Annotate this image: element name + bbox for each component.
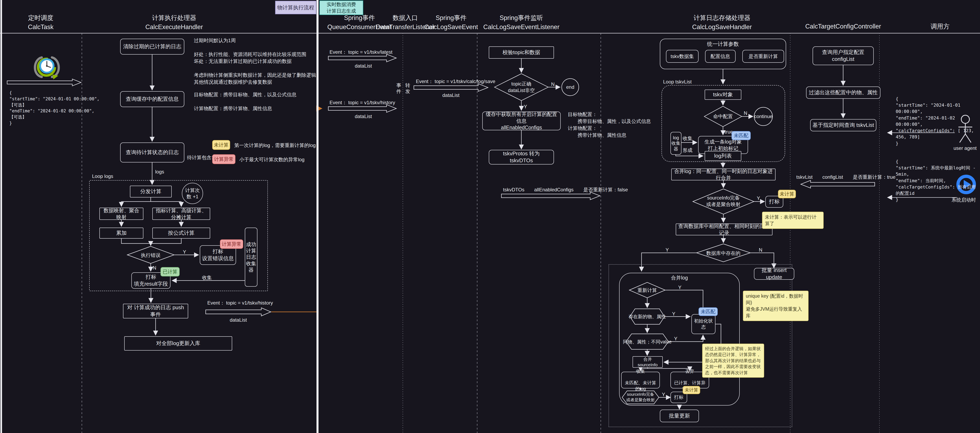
label-exec-error-n: N bbox=[153, 265, 156, 271]
section-divider bbox=[317, 0, 318, 433]
label-return-arrow: tskvList configList 是否重新计算：true bbox=[796, 174, 896, 180]
node-filter-things: 过滤出这些配置中的物、属性 bbox=[806, 87, 880, 99]
label-exec-error-y: Y bbox=[183, 249, 186, 255]
node-batch-update: 批量更新 bbox=[660, 409, 699, 422]
label-event-save: Event： topic = v1/tskv/calc/log/save bbox=[416, 78, 495, 85]
badge-calculated: 已计算 bbox=[161, 267, 180, 276]
node-convert-dtos: tskvProtos 转为 tskvDTOs bbox=[489, 150, 554, 165]
left-edge-divider bbox=[0, 0, 2, 433]
node-param-tskv-dataset: tskv数据集 bbox=[666, 50, 698, 63]
label-end: end bbox=[562, 84, 578, 90]
node-merge-sourceinfo: 合并 sourceInfo bbox=[633, 356, 663, 368]
label-calc-error-desc: 小于最大可计算次数的异常log bbox=[239, 156, 304, 163]
note-listener-config-types: 目标物配置： 携带目标物、属性，以及公式信息 计算物配置： 携带计算物、属性信息 bbox=[568, 111, 682, 139]
note-unique-key: unique key (配置id，数据时间) 避免多JVM运行导致重复入库 bbox=[743, 291, 808, 321]
label-event-save-payload: dataList bbox=[442, 92, 460, 98]
lane-header-savelistener: Spring事件监听CalcLogSaveEventListener bbox=[480, 13, 562, 32]
node-tskv-object: tskv对象 bbox=[705, 90, 741, 100]
caller-request-json: { "startTime": "2024-01-01 00:00:00", "e… bbox=[896, 96, 977, 147]
node-param-recalc-flag: 是否重新计算 bbox=[742, 50, 784, 63]
node-query-pending-logs: 查询待计算状态的日志 bbox=[120, 143, 184, 162]
node-clean-expired-logs: 清除过期的已计算的日志 bbox=[120, 39, 184, 55]
scheduler-clock-icon bbox=[35, 57, 59, 79]
diagram-canvas: 物计算执行流程 实时数据消费 计算日志生成 定时调度CalcTask 计算执行处… bbox=[0, 0, 980, 433]
label-event-history: Event： topic = v1/tskv/history bbox=[329, 99, 395, 106]
label-collect: 收集 bbox=[202, 274, 212, 281]
calctask-params-note: { "startTime": "2024-01-01 00:00:00", 【可… bbox=[10, 90, 107, 127]
node-formula-calc: 按公式计算 bbox=[152, 228, 210, 239]
badge-handler-uncalc: 未计算 bbox=[778, 190, 796, 198]
note-merge-logic: 经过上面的合并逻辑，如果状态仍然是已计算、计算异常，那么其再次计算的结果也必与之… bbox=[702, 344, 764, 377]
tag-flow: 物计算执行流程 bbox=[275, 1, 316, 14]
node-get-enabled-configs: 缓存中获取所有开启计算的配置信息 allEnabledConfigs bbox=[482, 111, 561, 130]
label-topic-n: N bbox=[551, 81, 555, 87]
node-validate-topic: 校验topic和数据 bbox=[489, 46, 554, 59]
label-push-event-payload: dataList bbox=[230, 317, 247, 323]
node-update-all-logs: 对全部log更新入库 bbox=[124, 336, 232, 351]
label-logs: logs bbox=[155, 168, 164, 175]
node-dispatch-calc: 分发计算 bbox=[130, 186, 172, 197]
node-calc-count: 计算次数 +1 bbox=[182, 183, 203, 204]
label-event-latest-payload: dataList bbox=[355, 63, 372, 69]
badge-mark-calc-error: 计算异常 bbox=[220, 239, 243, 249]
label-loop-logs: Loop logs bbox=[92, 173, 113, 179]
caller-boot-json: { "startTime": 系统中最新log时间 - 5min, "endTi… bbox=[896, 159, 977, 203]
label-hex-sourceinfo2-y: Y bbox=[662, 391, 665, 398]
lane-header-controller: CalcTargetConfigController bbox=[802, 22, 884, 31]
label-hex-sourceinfo2: sourceInfo完备 或者是聚合映射 bbox=[622, 392, 659, 403]
label-sourceinfo-y: Y bbox=[757, 195, 760, 201]
tag-realtime: 实时数据消费 计算日志生成 bbox=[319, 0, 363, 15]
label-continue: continue bbox=[751, 113, 775, 120]
label-pending-contains: 待计算包含: bbox=[187, 154, 213, 161]
label-recalc-diamond: 重新计算 bbox=[635, 287, 659, 293]
node-query-user-configs: 查询用户指定配置 configList bbox=[813, 46, 874, 65]
label-forward-left: 事件 bbox=[395, 80, 402, 97]
node-param-config-info: 配置信息 bbox=[705, 50, 736, 63]
lane-header-savelogevent: Spring事件CalcLogSaveEvent bbox=[414, 13, 488, 32]
label-system-boot: 系统启动时 bbox=[951, 197, 976, 203]
badge-unmatched: 未匹配 bbox=[732, 131, 751, 140]
label-exec-error: 执行错误 bbox=[134, 252, 168, 259]
lane-header-calctask: 定时调度CalcTask bbox=[0, 13, 81, 32]
badge-calc-error: 计算异常 bbox=[212, 154, 235, 164]
label-hex-same: 同物、属性；不同value bbox=[623, 339, 672, 345]
label-hit-n: N bbox=[744, 110, 747, 116]
label-db-exists-n: N bbox=[759, 247, 762, 253]
label-forward-right: 转发 bbox=[404, 80, 411, 97]
node-query-db-logs: 查询数据库中相同配置、相同时刻的日志记录 bbox=[676, 224, 773, 235]
label-event-history-payload: dataList bbox=[355, 113, 372, 120]
node-data-mapping: 数据映射、聚合映射 bbox=[99, 208, 143, 220]
label-dto-arrow: tskvDTOs allEnabledConfigs 是否重新计算：false bbox=[503, 187, 628, 193]
label-recalc-y: Y bbox=[678, 284, 681, 291]
node-collect-box: 收集 未匹配、未计算的log bbox=[621, 372, 660, 389]
label-db-exists-diamond: 数据库中存在的 bbox=[705, 250, 742, 257]
label-user-agent: user agent bbox=[953, 145, 977, 151]
badge-uncalculated: 未计算 bbox=[212, 140, 230, 150]
node-query-cached-config: 查询缓存中的配置信息 bbox=[120, 91, 184, 107]
label-event-latest: Event： topic = v1/tskv/latest bbox=[329, 49, 393, 56]
label-push-event-topic: Event： topic = v1/tskv/history bbox=[207, 300, 273, 306]
label-hit-config: 命中配置 bbox=[709, 113, 737, 120]
note-config-types: 目标物配置：携带目标物、属性，以及公式信息 计算物配置：携带计算物、属性信息 bbox=[194, 91, 320, 112]
note-expire-policy: 过期时间默认为1周 好处：执行性能、资源消耗可以维持在比较乐观范围 坏处：无法重… bbox=[194, 37, 324, 86]
label-db-exists-y: Y bbox=[665, 247, 669, 253]
node-success-log-collector: 成功计算日志收集器 bbox=[245, 228, 258, 287]
node-indicator-calc: 指标计算、高级计算、分摊计算 bbox=[152, 208, 210, 220]
lane-header-exechandler: 计算执行处理器CalcExecuteHandler bbox=[134, 13, 215, 32]
label-hex-new: 存在新的物、属性 bbox=[627, 314, 668, 320]
lane-header-caller: 调用方 bbox=[900, 22, 980, 31]
label-handler-collect: 收集 bbox=[682, 135, 692, 142]
node-query-tskvlist: 基于指定时间查询 tskvList bbox=[810, 119, 877, 131]
label-handler-form: 形成 bbox=[682, 147, 692, 154]
label-hex-same-y: Y bbox=[674, 335, 678, 342]
node-batch-insert-update: 批量 insert update bbox=[754, 268, 794, 280]
node-merge-log-bar: 合并log：同一配置、同一时刻的日志对象进行合并 bbox=[671, 168, 776, 180]
label-topic-ok-diamond: topic正确 dataList非空 bbox=[501, 81, 542, 94]
node-push-success-logs: 对 计算成功的日志 push事件 bbox=[123, 304, 188, 319]
lane-header-savehandler: 计算日志存储处理器CalcLogSaveHandler bbox=[681, 13, 763, 32]
badge-init-unmatched: 未匹配 bbox=[698, 308, 718, 316]
label-hex-new-y: Y bbox=[672, 311, 675, 317]
node-accumulate: 累加 bbox=[99, 228, 143, 239]
label-sourceinfo-diamond: sourceInfo完备 或者是聚合映射 bbox=[699, 195, 748, 208]
label-uncalculated-desc: 第一次计算的log，需要重新计算的log bbox=[234, 142, 316, 149]
